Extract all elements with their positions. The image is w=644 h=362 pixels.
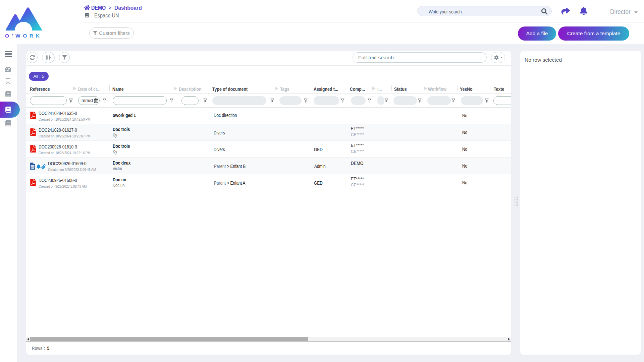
svg-text:O'WORK: O'WORK xyxy=(5,33,42,38)
svg-text:w: w xyxy=(32,166,35,170)
